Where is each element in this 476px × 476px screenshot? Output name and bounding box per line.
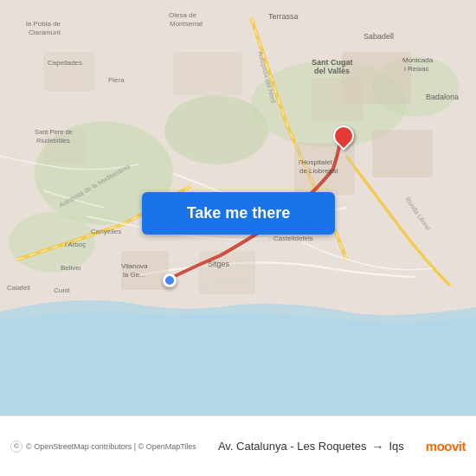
svg-text:del Vallès: del Vallès [314, 67, 350, 75]
svg-text:Castelldefels: Castelldefels [273, 235, 313, 242]
svg-text:la Ge...: la Ge... [123, 271, 145, 279]
map-container: Sant Cugat del Vallès Sabadell Montcada … [0, 0, 476, 415]
route-arrow: → [371, 440, 383, 453]
route-destination: Iqs [389, 440, 403, 453]
origin-marker [163, 273, 177, 287]
svg-text:Piera: Piera [108, 76, 125, 84]
dest-marker-icon [329, 121, 358, 151]
svg-text:Capellades: Capellades [48, 59, 82, 67]
svg-rect-11 [199, 251, 255, 294]
moovit-brand-name: moovit [426, 439, 466, 453]
svg-text:la Pobla de: la Pobla de [26, 20, 61, 28]
attribution-text: © OpenStreetMap contributors | © OpenMap… [26, 442, 196, 451]
svg-text:Terrassa: Terrassa [268, 12, 299, 21]
map-attribution: © © OpenStreetMap contributors | © OpenM… [10, 441, 196, 453]
svg-text:Vilanova: Vilanova [121, 262, 148, 270]
svg-text:i Reixac: i Reixac [404, 65, 428, 73]
svg-rect-13 [43, 52, 95, 91]
svg-text:Sabadell: Sabadell [363, 32, 394, 41]
svg-text:Montcada: Montcada [402, 56, 434, 64]
moovit-logo: moovit [426, 439, 466, 453]
svg-text:l'Hospitalet: l'Hospitalet [299, 158, 333, 166]
svg-text:Sant Cugat: Sant Cugat [312, 58, 353, 67]
svg-text:l'Arboç: l'Arboç [65, 241, 86, 248]
route-origin: Av. Catalunya - Les Roquetes [218, 440, 367, 453]
svg-text:Riudebitlles: Riudebitlles [36, 137, 70, 145]
svg-rect-12 [173, 52, 242, 95]
svg-text:Calafell: Calafell [7, 284, 30, 292]
svg-text:Bellvei: Bellvei [61, 264, 81, 272]
svg-text:Montserrat: Montserrat [170, 20, 203, 28]
svg-text:Sant Pere de: Sant Pere de [35, 128, 73, 136]
openstreetmap-logo: © [10, 441, 23, 453]
svg-text:Badalona: Badalona [426, 93, 459, 101]
svg-text:Claramunt: Claramunt [29, 29, 61, 36]
svg-rect-7 [312, 78, 363, 121]
svg-text:Cunit: Cunit [54, 286, 70, 294]
route-info: Av. Catalunya - Les Roquetes → Iqs [196, 440, 426, 453]
svg-text:de Llobregat: de Llobregat [299, 167, 338, 175]
footer-bar: © © OpenStreetMap contributors | © OpenM… [0, 415, 476, 476]
destination-marker [333, 125, 354, 153]
svg-text:Sitges: Sitges [208, 260, 230, 268]
svg-text:Olesa de: Olesa de [169, 11, 197, 19]
svg-text:Canyelles: Canyelles [91, 228, 121, 235]
svg-rect-8 [372, 130, 433, 177]
take-me-there-button[interactable]: Take me there [142, 192, 335, 235]
